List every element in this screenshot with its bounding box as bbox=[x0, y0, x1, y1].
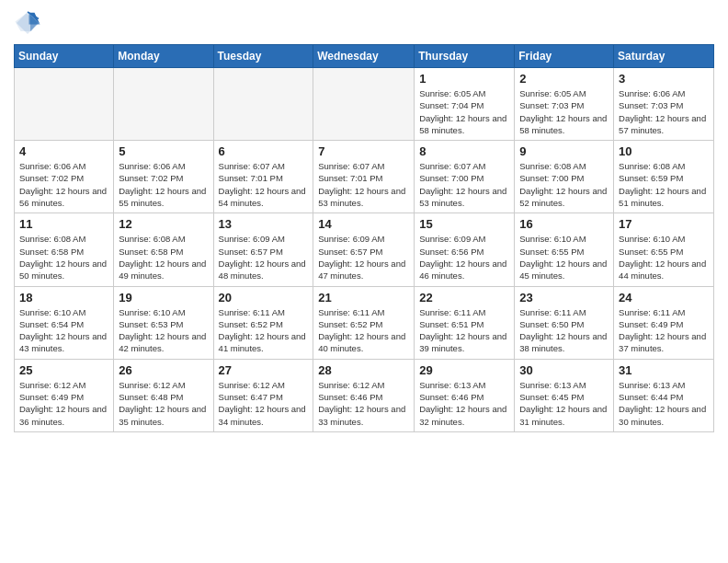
logo-icon bbox=[14, 9, 41, 37]
page: SundayMondayTuesdayWednesdayThursdayFrid… bbox=[0, 0, 728, 442]
calendar-cell: 10Sunrise: 6:08 AMSunset: 6:59 PMDayligh… bbox=[614, 141, 714, 213]
day-info: Sunrise: 6:12 AMSunset: 6:47 PMDaylight:… bbox=[219, 379, 309, 428]
logo bbox=[14, 9, 45, 37]
day-info: Sunrise: 6:09 AMSunset: 6:56 PMDaylight:… bbox=[419, 233, 509, 282]
day-info: Sunrise: 6:12 AMSunset: 6:46 PMDaylight:… bbox=[318, 379, 409, 428]
calendar-cell: 21Sunrise: 6:11 AMSunset: 6:52 PMDayligh… bbox=[313, 286, 415, 359]
day-info: Sunrise: 6:12 AMSunset: 6:49 PMDaylight:… bbox=[19, 379, 108, 428]
day-number: 21 bbox=[318, 291, 409, 304]
calendar-cell: 30Sunrise: 6:13 AMSunset: 6:45 PMDayligh… bbox=[515, 359, 614, 431]
day-number: 18 bbox=[19, 291, 108, 304]
day-info: Sunrise: 6:09 AMSunset: 6:57 PMDaylight:… bbox=[318, 233, 409, 282]
day-info: Sunrise: 6:11 AMSunset: 6:49 PMDaylight:… bbox=[619, 306, 709, 355]
day-number: 14 bbox=[318, 217, 409, 231]
day-info: Sunrise: 6:09 AMSunset: 6:57 PMDaylight:… bbox=[219, 233, 309, 282]
day-number: 26 bbox=[119, 363, 208, 377]
calendar-cell: 5Sunrise: 6:06 AMSunset: 7:02 PMDaylight… bbox=[114, 141, 213, 213]
day-info: Sunrise: 6:08 AMSunset: 6:59 PMDaylight:… bbox=[619, 160, 709, 209]
day-info: Sunrise: 6:06 AMSunset: 7:02 PMDaylight:… bbox=[119, 160, 208, 209]
calendar-cell: 20Sunrise: 6:11 AMSunset: 6:52 PMDayligh… bbox=[213, 286, 313, 359]
day-number: 29 bbox=[419, 363, 509, 377]
calendar-cell: 1Sunrise: 6:05 AMSunset: 7:04 PMDaylight… bbox=[415, 68, 515, 141]
day-number: 4 bbox=[19, 144, 108, 158]
day-number: 5 bbox=[119, 144, 208, 158]
day-info: Sunrise: 6:05 AMSunset: 7:03 PMDaylight:… bbox=[519, 87, 609, 136]
day-info: Sunrise: 6:10 AMSunset: 6:55 PMDaylight:… bbox=[519, 233, 609, 282]
day-info: Sunrise: 6:08 AMSunset: 6:58 PMDaylight:… bbox=[119, 233, 208, 282]
calendar-week-2: 4Sunrise: 6:06 AMSunset: 7:02 PMDaylight… bbox=[15, 141, 714, 213]
day-info: Sunrise: 6:06 AMSunset: 7:02 PMDaylight:… bbox=[19, 160, 108, 209]
day-info: Sunrise: 6:10 AMSunset: 6:54 PMDaylight:… bbox=[19, 306, 108, 355]
day-info: Sunrise: 6:11 AMSunset: 6:51 PMDaylight:… bbox=[419, 306, 509, 355]
day-number: 28 bbox=[318, 363, 409, 377]
day-number: 13 bbox=[219, 217, 309, 231]
calendar-week-3: 11Sunrise: 6:08 AMSunset: 6:58 PMDayligh… bbox=[15, 213, 714, 286]
day-info: Sunrise: 6:08 AMSunset: 6:58 PMDaylight:… bbox=[19, 233, 108, 282]
weekday-header-row: SundayMondayTuesdayWednesdayThursdayFrid… bbox=[15, 45, 714, 68]
day-number: 9 bbox=[519, 144, 609, 158]
calendar-cell: 11Sunrise: 6:08 AMSunset: 6:58 PMDayligh… bbox=[15, 213, 114, 286]
calendar-cell: 2Sunrise: 6:05 AMSunset: 7:03 PMDaylight… bbox=[515, 68, 614, 141]
weekday-header-wednesday: Wednesday bbox=[313, 45, 415, 68]
day-number: 15 bbox=[419, 217, 509, 231]
day-info: Sunrise: 6:11 AMSunset: 6:52 PMDaylight:… bbox=[318, 306, 409, 355]
calendar-cell: 8Sunrise: 6:07 AMSunset: 7:00 PMDaylight… bbox=[415, 141, 515, 213]
calendar-cell: 29Sunrise: 6:13 AMSunset: 6:46 PMDayligh… bbox=[415, 359, 515, 431]
calendar-week-4: 18Sunrise: 6:10 AMSunset: 6:54 PMDayligh… bbox=[15, 286, 714, 359]
day-number: 20 bbox=[219, 291, 309, 304]
day-number: 6 bbox=[219, 144, 309, 158]
weekday-header-tuesday: Tuesday bbox=[213, 45, 313, 68]
day-number: 12 bbox=[119, 217, 208, 231]
calendar-cell: 27Sunrise: 6:12 AMSunset: 6:47 PMDayligh… bbox=[213, 359, 313, 431]
calendar-cell bbox=[114, 68, 213, 141]
day-number: 19 bbox=[119, 291, 208, 304]
day-number: 7 bbox=[318, 144, 409, 158]
calendar-cell: 19Sunrise: 6:10 AMSunset: 6:53 PMDayligh… bbox=[114, 286, 213, 359]
day-number: 17 bbox=[619, 217, 709, 231]
calendar-cell: 15Sunrise: 6:09 AMSunset: 6:56 PMDayligh… bbox=[415, 213, 515, 286]
day-info: Sunrise: 6:13 AMSunset: 6:46 PMDaylight:… bbox=[419, 379, 509, 428]
weekday-header-friday: Friday bbox=[515, 45, 614, 68]
day-info: Sunrise: 6:13 AMSunset: 6:44 PMDaylight:… bbox=[619, 379, 709, 428]
day-info: Sunrise: 6:11 AMSunset: 6:52 PMDaylight:… bbox=[219, 306, 309, 355]
day-info: Sunrise: 6:13 AMSunset: 6:45 PMDaylight:… bbox=[519, 379, 609, 428]
day-number: 30 bbox=[519, 363, 609, 377]
day-info: Sunrise: 6:07 AMSunset: 7:01 PMDaylight:… bbox=[318, 160, 409, 209]
day-info: Sunrise: 6:08 AMSunset: 7:00 PMDaylight:… bbox=[519, 160, 609, 209]
calendar-cell: 4Sunrise: 6:06 AMSunset: 7:02 PMDaylight… bbox=[15, 141, 114, 213]
calendar-cell bbox=[15, 68, 114, 141]
calendar-cell: 14Sunrise: 6:09 AMSunset: 6:57 PMDayligh… bbox=[313, 213, 415, 286]
calendar-cell: 31Sunrise: 6:13 AMSunset: 6:44 PMDayligh… bbox=[614, 359, 714, 431]
weekday-header-saturday: Saturday bbox=[614, 45, 714, 68]
calendar-cell: 23Sunrise: 6:11 AMSunset: 6:50 PMDayligh… bbox=[515, 286, 614, 359]
calendar-cell bbox=[313, 68, 415, 141]
calendar-cell bbox=[213, 68, 313, 141]
calendar-cell: 12Sunrise: 6:08 AMSunset: 6:58 PMDayligh… bbox=[114, 213, 213, 286]
header bbox=[14, 9, 714, 37]
day-number: 24 bbox=[619, 291, 709, 304]
calendar-cell: 13Sunrise: 6:09 AMSunset: 6:57 PMDayligh… bbox=[213, 213, 313, 286]
weekday-header-thursday: Thursday bbox=[415, 45, 515, 68]
day-info: Sunrise: 6:07 AMSunset: 7:01 PMDaylight:… bbox=[219, 160, 309, 209]
calendar-week-1: 1Sunrise: 6:05 AMSunset: 7:04 PMDaylight… bbox=[15, 68, 714, 141]
day-number: 1 bbox=[419, 72, 509, 86]
weekday-header-sunday: Sunday bbox=[15, 45, 114, 68]
calendar-cell: 17Sunrise: 6:10 AMSunset: 6:55 PMDayligh… bbox=[614, 213, 714, 286]
day-info: Sunrise: 6:10 AMSunset: 6:55 PMDaylight:… bbox=[619, 233, 709, 282]
calendar-cell: 18Sunrise: 6:10 AMSunset: 6:54 PMDayligh… bbox=[15, 286, 114, 359]
day-info: Sunrise: 6:06 AMSunset: 7:03 PMDaylight:… bbox=[619, 87, 709, 136]
calendar-cell: 28Sunrise: 6:12 AMSunset: 6:46 PMDayligh… bbox=[313, 359, 415, 431]
calendar-cell: 16Sunrise: 6:10 AMSunset: 6:55 PMDayligh… bbox=[515, 213, 614, 286]
day-number: 8 bbox=[419, 144, 509, 158]
day-info: Sunrise: 6:07 AMSunset: 7:00 PMDaylight:… bbox=[419, 160, 509, 209]
day-number: 27 bbox=[219, 363, 309, 377]
day-number: 31 bbox=[619, 363, 709, 377]
day-info: Sunrise: 6:05 AMSunset: 7:04 PMDaylight:… bbox=[419, 87, 509, 136]
day-number: 3 bbox=[619, 72, 709, 86]
calendar-cell: 9Sunrise: 6:08 AMSunset: 7:00 PMDaylight… bbox=[515, 141, 614, 213]
calendar-cell: 25Sunrise: 6:12 AMSunset: 6:49 PMDayligh… bbox=[15, 359, 114, 431]
calendar-cell: 26Sunrise: 6:12 AMSunset: 6:48 PMDayligh… bbox=[114, 359, 213, 431]
weekday-header-monday: Monday bbox=[114, 45, 213, 68]
day-number: 2 bbox=[519, 72, 609, 86]
day-number: 11 bbox=[19, 217, 108, 231]
